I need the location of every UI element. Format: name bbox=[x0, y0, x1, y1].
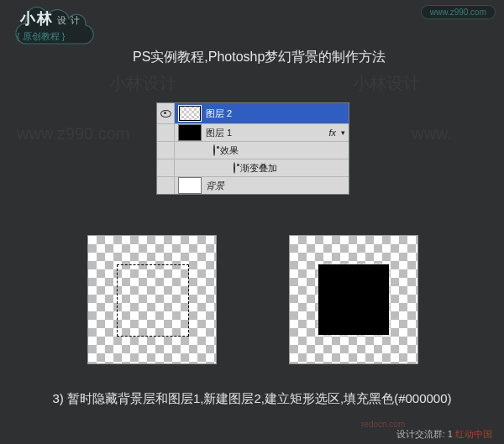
effects-label: 效果 bbox=[220, 144, 239, 157]
layer-row-layer2[interactable]: 图层 2 bbox=[157, 103, 349, 123]
layer-row-background[interactable]: 背景 bbox=[157, 176, 349, 194]
fx-indicator: fx bbox=[328, 128, 336, 138]
layer-thumbnail bbox=[178, 124, 202, 141]
logo-subtitle: 设 计 bbox=[57, 15, 81, 25]
black-fill bbox=[318, 264, 389, 335]
layer-row-gradient-overlay[interactable]: 渐变叠加 bbox=[157, 159, 349, 176]
layers-panel: 图层 2 图层 1 fx ▾ 效果 渐变叠加 背景 bbox=[156, 102, 349, 195]
page-title: PS实例教程,Photoshp梦幻背景的制作方法 bbox=[133, 49, 386, 66]
brand-logo: 小林设 计 { 原创教程 } bbox=[12, 3, 100, 50]
eye-icon bbox=[213, 145, 215, 155]
preview-selection bbox=[87, 235, 217, 364]
layer-row-effects[interactable]: 效果 bbox=[157, 141, 349, 159]
footer-red[interactable]: 红动中国 bbox=[455, 429, 492, 439]
watermark: 小林设计 bbox=[109, 72, 176, 95]
logo-bracket: { 原创教程 } bbox=[17, 30, 65, 43]
chevron-down-icon[interactable]: ▾ bbox=[341, 128, 345, 137]
step-caption: 3) 暂时隐藏背景层和图层1,新建图层2,建立矩形选区,填充黑色(#000000… bbox=[0, 391, 504, 407]
watermark: www. bbox=[412, 124, 452, 144]
layer-label: 图层 2 bbox=[206, 107, 232, 120]
site-url-badge[interactable]: www.z990.com bbox=[421, 5, 496, 19]
visibility-toggle[interactable] bbox=[157, 103, 175, 123]
layer-row-layer1[interactable]: 图层 1 fx ▾ bbox=[157, 123, 349, 141]
footer: 设计交流群: 1 红动中国 bbox=[396, 428, 492, 441]
preview-filled bbox=[289, 235, 418, 364]
layer-thumbnail bbox=[178, 105, 202, 122]
visibility-toggle[interactable] bbox=[157, 124, 175, 141]
visibility-toggle[interactable] bbox=[157, 142, 175, 159]
marquee-selection bbox=[117, 264, 189, 337]
layer-thumbnail bbox=[178, 177, 202, 194]
visibility-toggle[interactable] bbox=[157, 177, 175, 194]
eye-icon bbox=[234, 163, 235, 173]
layer-label: 图层 1 bbox=[206, 127, 232, 139]
logo-main: 小林 bbox=[20, 10, 54, 27]
logo-title: 小林设 计 bbox=[20, 8, 81, 29]
layer-label: 背景 bbox=[206, 180, 224, 192]
watermark: www.z990.com bbox=[17, 124, 130, 144]
eye-icon bbox=[160, 110, 171, 118]
visibility-toggle[interactable] bbox=[157, 159, 175, 176]
watermark: 小林设计 bbox=[353, 72, 420, 95]
footer-prefix: 设计交流群: 1 bbox=[396, 429, 453, 439]
effect-label: 渐变叠加 bbox=[240, 162, 277, 175]
